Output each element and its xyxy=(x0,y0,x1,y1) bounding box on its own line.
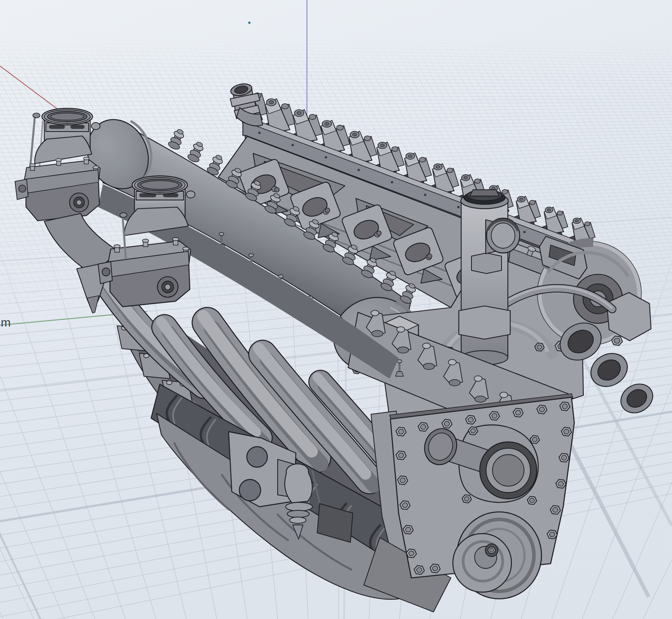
svg-text:m: m xyxy=(1,316,11,329)
